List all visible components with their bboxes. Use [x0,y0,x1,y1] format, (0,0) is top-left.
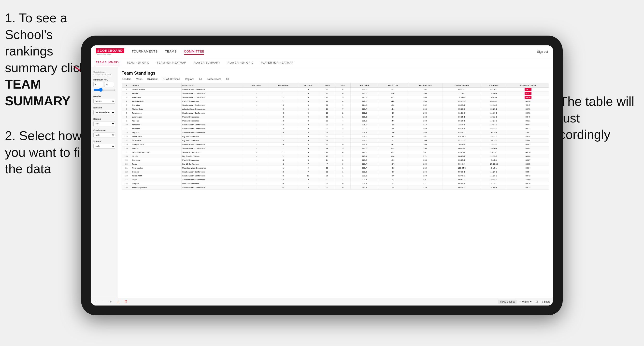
cell-conf-rank: 1 [269,154,297,158]
cell-school: Tennessee [131,111,182,115]
cell-conference: Big 12 Conference [182,162,243,166]
cell-reg-rank: - [243,99,269,103]
cell-conference: Southeastern Conference [182,147,243,151]
cell-overall: 80-25-2 [443,147,480,151]
cell-pts: 83.7 [507,103,549,107]
nav-tournaments[interactable]: TOURNAMENTS [132,49,158,55]
tablet-screen: SCOREBOARD Powered by clippi TOURNAMENTS… [91,45,553,306]
cell-avg-low: 260 [408,158,443,162]
cell-school: Florida [131,147,182,151]
cell-overall: 61-21-0 [443,111,480,115]
cell-reg-rank: - [243,103,269,107]
cell-reg-rank: - [243,174,269,178]
main-content: Update time: 27/03/2024 16:56:26 Minimum… [91,67,553,298]
cell-no-tour: 9 [297,135,319,139]
cell-rank: 13 [122,135,131,139]
table-row: 13 Texas Tech Big 12 Conference - 1 9 27… [122,135,549,139]
cell-conf-rank: 4 [269,143,297,147]
cell-pts: 80.84 [507,166,549,170]
cell-top25: 48-6-0 [480,95,507,99]
cell-conference: Atlantic Coast Conference [182,88,243,92]
cell-conference: Big Ten Conference [182,154,243,158]
cell-no-tour: 8 [297,186,319,190]
sub-nav-player-h2h-grid[interactable]: PLAYER H2H GRID [228,60,254,65]
cell-wins: 4 [335,99,350,103]
cell-adj-score: 274.8 [350,103,378,107]
sub-nav-team-h2h-grid[interactable]: TEAM H2H GRID [127,60,150,65]
col-reg-rank: Reg Rank [243,83,269,88]
toolbar-watch-button[interactable]: 👁 Watch ▼ [519,300,532,303]
sidebar-school-select[interactable]: (All) [93,144,115,149]
region-filter-value: All [199,78,202,80]
cell-avg-low: 221 [408,178,443,182]
cell-overall: 95-6-0 [443,95,480,99]
cell-pts: 80.04 [507,123,549,127]
nav-teams[interactable]: TEAMS [165,49,177,55]
cell-rnds: 23 [319,143,335,147]
cell-rnds: 24 [319,158,335,162]
table-row: 10 Alabama Southeastern Conference - 5 8… [122,123,549,127]
nav-committee[interactable]: COMMITTEE [184,49,204,55]
cell-wins: 4 [335,151,350,154]
cell-reg-rank: - [243,139,269,143]
cell-overall: 66-40-1 [443,182,480,186]
cell-no-tour: 8 [297,154,319,158]
sub-nav-team-h2h-heatmap[interactable]: TEAM H2H HEATMAP [157,60,186,65]
cell-top25: 30-15-1 [480,139,507,143]
cell-pts: 80.95 [507,162,549,166]
sidebar-division-select[interactable]: NCAA Division I [93,110,115,115]
cell-wins: 0 [335,186,350,190]
cell-conference: Southern Conference [182,151,243,154]
sidebar-min-rank-to[interactable] [104,82,114,87]
toolbar-copy[interactable]: 📋 [115,300,121,304]
cell-no-tour: 8 [297,99,319,103]
toolbar-expand[interactable]: ❐ [534,300,539,304]
cell-conf-rank: 2 [269,115,297,119]
sidebar-min-rank-from[interactable] [93,82,103,87]
sidebar-conference-select[interactable]: (All) [93,133,115,137]
col-overall: Overall Record [443,83,480,88]
col-school: School [131,83,182,88]
sidebar-gender-select[interactable]: Men's [93,99,115,104]
cell-top25: 8-14-0 [480,158,507,162]
toolbar-refresh[interactable]: ↻ [108,300,113,304]
cell-conf-rank: 1 [269,99,297,103]
toolbar-back[interactable]: ← [93,300,99,304]
col-avg-low: Avg. Low Rds [408,83,443,88]
table-row: 23 Texas A&M Southeastern Conference - 9… [122,174,549,178]
sub-nav-player-summary[interactable]: PLAYER SUMMARY [193,60,220,65]
cell-reg-rank: - [243,143,269,147]
cell-top25: 9-12-1 [480,166,507,170]
cell-reg-rank: - [243,92,269,95]
cell-conf-rank: 2 [269,139,297,143]
cell-to-par: -5.1 [378,151,408,154]
cell-overall: 109-24-2 [443,166,480,170]
sign-out-button[interactable]: Sign out [537,50,548,53]
toolbar-forward[interactable]: → [101,300,106,304]
cell-top25: 23-13-0 [480,127,507,131]
cell-no-tour: 8 [297,158,319,162]
cell-avg-low: 203 [408,95,443,99]
cell-adj-score: 279.5 [350,111,378,115]
sub-nav-player-h2h-heatmap[interactable]: PLAYER H2H HEATMAP [261,60,294,65]
cell-conf-rank: 5 [269,178,297,182]
toolbar-clock[interactable]: ⏰ [123,300,129,304]
bottom-toolbar: ← → ↻ 📋 ⏰ View: Original 👁 Watch ▼ ❐ ⇧ S… [91,298,553,306]
toolbar-view-button[interactable]: View: Original [498,300,517,304]
table-row: 26 Mississippi State Southeastern Confer… [122,186,549,190]
cell-no-tour: 7 [297,182,319,186]
cell-conference: Atlantic Coast Conference [182,131,243,135]
sub-nav-team-summary[interactable]: TEAM SUMMARY [96,60,120,65]
sidebar-region-select[interactable]: N/A [93,121,115,126]
cell-avg-low: 268 [408,119,443,123]
cell-pts: 80.16 [507,151,549,154]
toolbar-share-button[interactable]: ⇧ Share [541,300,550,303]
cell-conf-rank: 3 [269,131,297,135]
cell-conf-rank: 2 [269,95,297,99]
table-row: 3 Vanderbilt Southeastern Conference - 2… [122,95,549,99]
cell-school: Duke [131,178,182,182]
sidebar-rank-slider[interactable] [93,88,115,92]
table-row: 7 Tennessee Southeastern Conference - 4 … [122,111,549,115]
cell-rnds: 20 [319,107,335,111]
sidebar: Update time: 27/03/2024 16:56:26 Minimum… [91,67,118,298]
